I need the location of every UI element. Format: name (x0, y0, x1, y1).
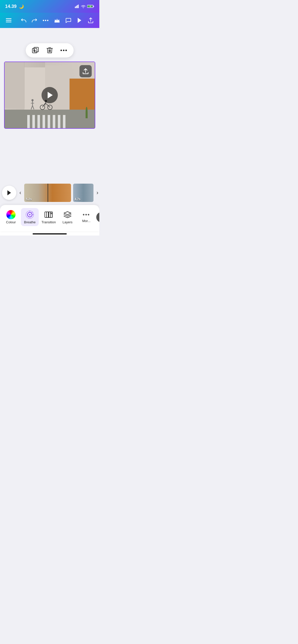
more-label: Mor... (82, 219, 91, 223)
svg-point-19 (29, 214, 31, 215)
undo-icon (21, 18, 26, 23)
more-dots-icon: ••• (83, 211, 90, 218)
redo-icon (32, 18, 37, 23)
play-button[interactable] (75, 16, 84, 25)
svg-rect-2 (77, 5, 78, 8)
duplicate-icon (32, 47, 39, 54)
signal-icon (75, 5, 79, 8)
bottom-toolbar: Colour Breathe (0, 205, 99, 231)
timeline-play-icon (7, 190, 11, 196)
main-toolbar: ••• (0, 13, 99, 28)
delete-button[interactable] (45, 46, 54, 55)
svg-rect-10 (55, 22, 60, 23)
timeline-clip-1[interactable]: 5.2s (24, 184, 71, 202)
upload-button[interactable] (79, 65, 92, 77)
float-toolbar: ••• (26, 43, 74, 57)
undo-button[interactable] (19, 16, 28, 25)
layers-icon (63, 210, 72, 219)
layers-label: Layers (62, 220, 72, 224)
upload-icon (82, 68, 89, 75)
home-indicator (0, 231, 99, 236)
color-wheel-icon (6, 210, 16, 219)
crown-button[interactable] (52, 16, 62, 25)
colour-tool-button[interactable]: Colour (2, 208, 20, 226)
breathe-tool-button[interactable]: Breathe (21, 208, 39, 226)
menu-icon (6, 18, 11, 22)
menu-button[interactable] (4, 16, 13, 25)
video-preview[interactable] (4, 62, 95, 129)
svg-rect-1 (76, 6, 77, 8)
svg-rect-3 (78, 5, 79, 8)
status-time: 14.39 🌙 (5, 4, 24, 9)
more-tool-button[interactable]: ••• Mor... (77, 209, 95, 225)
transition-tool-button[interactable]: Transition (40, 208, 58, 226)
moon-icon: 🌙 (19, 4, 24, 9)
comment-icon (65, 18, 71, 23)
share-icon (88, 18, 93, 23)
toolbar-right-group: ••• (19, 16, 95, 25)
play-icon (77, 18, 82, 23)
crown-icon (54, 18, 60, 23)
timeline-prev-button[interactable]: ‹ (18, 189, 22, 196)
play-overlay-button[interactable] (42, 87, 58, 103)
close-button[interactable] (96, 212, 99, 222)
breathe-label: Breathe (24, 220, 36, 224)
home-bar (33, 233, 67, 235)
battery-icon (87, 5, 94, 8)
status-icons (75, 5, 94, 8)
redo-button[interactable] (30, 16, 39, 25)
comment-button[interactable] (64, 16, 73, 25)
layers-tool-button[interactable]: Layers (59, 208, 76, 226)
playhead (48, 184, 48, 202)
more-float-button[interactable]: ••• (59, 46, 69, 55)
clip-2-duration: 4.7s (75, 197, 80, 201)
svg-rect-0 (75, 7, 76, 8)
breathe-icon (25, 210, 34, 219)
svg-point-13 (40, 105, 45, 110)
svg-rect-7 (6, 18, 11, 19)
timeline-clip-2[interactable]: 4.7s (73, 184, 93, 202)
share-button[interactable] (86, 16, 95, 25)
timeline-play-button[interactable] (2, 186, 16, 200)
svg-rect-8 (6, 20, 11, 21)
svg-rect-5 (93, 6, 94, 7)
timeline-area: ‹ 5.2s 4.7s › (0, 181, 99, 205)
timeline-next-button[interactable]: › (96, 189, 99, 196)
transition-icon (44, 210, 53, 219)
status-bar: 14.39 🌙 (0, 0, 99, 13)
play-triangle-icon (47, 92, 53, 99)
clip-1-duration: 5.2s (26, 197, 32, 201)
wifi-icon (81, 5, 86, 8)
timeline-strip: 5.2s (24, 184, 71, 202)
trash-icon (47, 47, 53, 54)
svg-rect-9 (6, 22, 11, 22)
duplicate-button[interactable] (31, 46, 40, 55)
more-options-button[interactable]: ••• (41, 16, 50, 25)
colour-label: Colour (6, 220, 16, 224)
transition-label: Transition (42, 220, 56, 224)
canvas-area: ••• (0, 28, 99, 181)
pedestrian-icon (30, 98, 35, 111)
